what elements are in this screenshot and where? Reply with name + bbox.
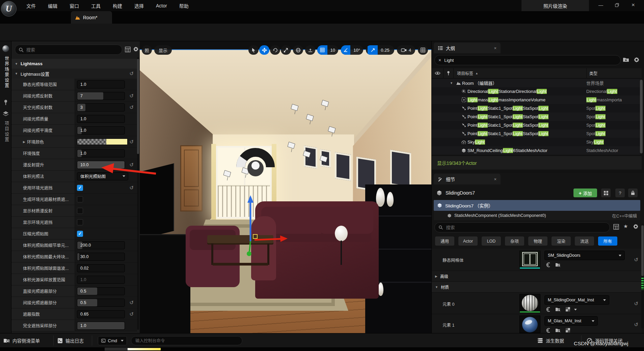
- menu-item[interactable]: 选择: [130, 1, 149, 10]
- close-icon[interactable]: ×: [494, 177, 497, 182]
- materials-section[interactable]: ▼材质: [432, 282, 642, 293]
- search-input[interactable]: [26, 47, 111, 52]
- reset-icon[interactable]: ↺: [129, 300, 134, 306]
- material-checker-icon[interactable]: [565, 307, 570, 312]
- menu-item[interactable]: 文件: [22, 1, 41, 10]
- setting-input[interactable]: 0.65: [77, 310, 125, 318]
- reset-icon[interactable]: ↺: [129, 93, 134, 99]
- outliner-search[interactable]: ×: [434, 55, 621, 65]
- material-dropdown[interactable]: M_Glas_MAt_Inst: [544, 316, 598, 326]
- level-tab-room[interactable]: Room*: [71, 11, 112, 24]
- angle-snap-control[interactable]: 10°: [341, 45, 363, 55]
- outliner-row[interactable]: PointLightStatic1_SpotLightStaSpotLightS…: [432, 121, 642, 129]
- setting-input[interactable]: 1.0: [77, 115, 125, 123]
- advanced-section[interactable]: ▶高级: [432, 271, 642, 282]
- outliner-row[interactable]: DirectionalLightStationarDirectionalLigh…: [432, 87, 642, 96]
- tab-details[interactable]: 细节 ×: [434, 174, 501, 184]
- menu-item[interactable]: Actor: [151, 2, 172, 10]
- column-type[interactable]: 类型: [586, 68, 640, 78]
- details-gear-icon[interactable]: [633, 224, 639, 229]
- tab-world-settings[interactable]: 世界场景设置: [3, 56, 10, 89]
- details-search-input[interactable]: [446, 225, 606, 230]
- setting-dropdown[interactable]: 体积光照贴图: [77, 172, 128, 180]
- browse-asset-icon[interactable]: [555, 307, 561, 312]
- outliner-row[interactable]: PointLightStatic1_SpotLightStaSpotLightS…: [432, 112, 642, 121]
- help-button[interactable]: ?: [615, 189, 625, 197]
- setting-input[interactable]: 0.02: [77, 264, 125, 272]
- material-dropdown[interactable]: M_SlidingDoor_Mat_Inst: [544, 295, 609, 305]
- reset-icon[interactable]: ↺: [129, 162, 134, 168]
- color-swatch[interactable]: [77, 139, 128, 145]
- scrollbar-thumb[interactable]: [137, 59, 139, 154]
- section-lightmass-settings[interactable]: ▼Lightmass设置 ↺: [11, 69, 137, 79]
- favorites-star-icon[interactable]: ★: [623, 223, 628, 229]
- reset-icon[interactable]: ↺: [129, 139, 134, 145]
- use-selected-icon[interactable]: [546, 328, 551, 333]
- move-tool-button[interactable]: [259, 45, 269, 55]
- outliner-row[interactable]: SkyLightSkyLight: [432, 138, 642, 146]
- world-settings-search[interactable]: [15, 45, 122, 55]
- select-tool-button[interactable]: [248, 45, 259, 55]
- outliner-scrollbar-thumb[interactable]: [640, 80, 643, 153]
- use-selected-icon[interactable]: [546, 262, 551, 268]
- outliner-search-input[interactable]: [444, 58, 617, 63]
- close-button[interactable]: ×: [626, 0, 640, 10]
- world-local-toggle[interactable]: [293, 45, 303, 55]
- menu-item[interactable]: 编辑: [43, 1, 62, 10]
- setting-checkbox[interactable]: ✓: [77, 231, 83, 237]
- browse-asset-icon[interactable]: [555, 262, 561, 268]
- setting-checkbox[interactable]: [77, 219, 83, 225]
- material-checker-icon[interactable]: [565, 328, 570, 333]
- setting-input[interactable]: 1.0: [77, 322, 125, 330]
- derived-data-button[interactable]: 派生数据: [537, 333, 564, 348]
- rotate-tool-button[interactable]: [270, 45, 280, 55]
- pin-column-icon[interactable]: [443, 68, 453, 78]
- lock-button[interactable]: [628, 189, 638, 197]
- tab-outliner[interactable]: 大纲 ×: [434, 43, 501, 53]
- details-tab-通用[interactable]: 通用: [435, 236, 454, 246]
- console-input[interactable]: [135, 339, 238, 343]
- setting-input[interactable]: 1.0: [77, 276, 125, 284]
- setting-checkbox[interactable]: [77, 208, 83, 214]
- project-settings-icon[interactable]: [3, 111, 9, 117]
- setting-input[interactable]: 1.0: [77, 80, 125, 89]
- pin-icon[interactable]: [3, 99, 8, 105]
- setting-checkbox[interactable]: [77, 196, 83, 202]
- viewport-render[interactable]: [140, 50, 431, 333]
- reset-icon[interactable]: ↺: [634, 301, 638, 307]
- details-tab-LOD[interactable]: LOD: [482, 236, 501, 246]
- content-drawer-button[interactable]: 内容侧滑菜单: [3, 333, 40, 348]
- details-columns-icon[interactable]: [613, 224, 619, 230]
- chevron-down-icon[interactable]: [574, 309, 577, 310]
- outliner-row[interactable]: PointLightStatic1_SpotLightStaSpotLightS…: [432, 129, 642, 138]
- output-log-button[interactable]: 输出日志: [57, 333, 84, 348]
- quad-view-button[interactable]: [418, 45, 428, 55]
- setting-checkbox[interactable]: ✓: [77, 185, 83, 191]
- browse-asset-icon[interactable]: [555, 328, 561, 333]
- photoreal-render-button[interactable]: 照片级渲染: [521, 0, 589, 11]
- details-tab-渲染[interactable]: 渲染: [552, 236, 571, 246]
- component-view-button[interactable]: [601, 189, 611, 197]
- reset-icon[interactable]: ↺: [129, 104, 134, 110]
- component-row[interactable]: StaticMeshComponent (StaticMeshComponent…: [434, 211, 640, 220]
- reset-icon[interactable]: ↺: [634, 257, 638, 263]
- outliner-gear-icon[interactable]: [634, 57, 640, 63]
- outliner-row[interactable]: PointLightStatic1_SpotLightStaSpotLightS…: [432, 104, 642, 112]
- setting-input[interactable]: 200.0: [77, 241, 125, 249]
- mesh-thumbnail[interactable]: [519, 251, 540, 269]
- section-lightmass[interactable]: ▼Lightmass: [11, 59, 137, 69]
- eye-icon[interactable]: [432, 71, 443, 75]
- setting-input[interactable]: 1.0: [77, 149, 125, 157]
- reset-icon[interactable]: ↺: [129, 311, 134, 317]
- details-tab-Actor[interactable]: Actor: [458, 236, 478, 246]
- setting-input[interactable]: 7: [77, 92, 125, 100]
- component-row-selected[interactable]: SlidingDoors7 （实例）: [434, 200, 640, 211]
- outliner-row[interactable]: LightmassLightmassImportanceVolumeLightm…: [432, 96, 642, 104]
- console-command-input[interactable]: [131, 336, 242, 345]
- unreal-logo-icon[interactable]: U: [1, 1, 17, 17]
- menu-item[interactable]: 工具: [86, 1, 105, 10]
- surface-snap-button[interactable]: [305, 45, 315, 55]
- menu-item[interactable]: 帮助: [175, 1, 193, 10]
- reset-icon[interactable]: ↺: [129, 71, 134, 77]
- setting-input[interactable]: 30.0: [77, 253, 125, 261]
